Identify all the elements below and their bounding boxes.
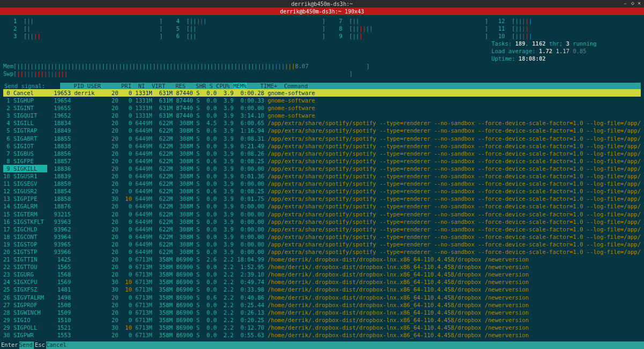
process-row[interactable]: 18857 20 0 6449M 622M 308M S 0.6 3.9 0:0… bbox=[47, 157, 641, 165]
process-row[interactable]: 1521 30 10 6713M 358M 86900 S 0.0 2.2 0:… bbox=[47, 324, 641, 331]
process-row[interactable]: 93963 20 0 6449M 622M 308M S 0.0 3.9 0:0… bbox=[47, 218, 641, 226]
cpu-meter-6: 6 [|| ] bbox=[166, 32, 325, 40]
process-row[interactable]: 19653 derrik 20 0 1331M 631M 87440 S 0.0… bbox=[47, 89, 641, 97]
swap-meter: Swp[||||||||||||||| ] bbox=[3, 70, 641, 77]
window-title: derrik@b450m-ds3h:~ bbox=[291, 1, 353, 7]
signal-sigpoll[interactable]: 29 SIGPOLL bbox=[3, 324, 47, 331]
process-row[interactable]: 18838 20 0 6449M 622M 308M S 0.0 3.9 0:2… bbox=[47, 142, 641, 150]
cpu-meters: 1 [|| ] 2 [| ] 3 [|||| ] 4 [||||| ] 5 [|… bbox=[3, 17, 641, 62]
process-row[interactable]: 18836 20 0 6449M 622M 308M S 0.0 3.9 0:0… bbox=[47, 165, 641, 172]
enter-key: Enter bbox=[0, 341, 19, 349]
close-icon[interactable]: ✕ bbox=[638, 0, 641, 8]
maximize-icon[interactable]: ◇ bbox=[631, 0, 634, 8]
process-row[interactable]: 1565 20 0 6713M 358M 86900 S 0.0 2.2 1:5… bbox=[47, 263, 641, 271]
process-row[interactable]: 93966 20 0 6449M 622M 308M S 0.0 3.9 0:0… bbox=[47, 248, 641, 256]
cpu-meter-3: 3 [|||| ] bbox=[3, 32, 163, 40]
process-row[interactable]: 1498 20 0 6713M 358M 86900 S 0.6 2.2 0:4… bbox=[47, 294, 641, 301]
signal-sigttin[interactable]: 21 SIGTTIN bbox=[3, 256, 47, 263]
signal-sigstop[interactable]: 19 SIGSTOP bbox=[3, 241, 47, 248]
signal-sigbus[interactable]: 7 SIGBUS bbox=[3, 150, 47, 157]
signal-sigusr2[interactable]: 12 SIGUSR2 bbox=[3, 187, 47, 195]
signal-sigvtalrm[interactable]: 26 SIGVTALRM bbox=[3, 294, 47, 301]
process-row[interactable]: 18849 20 0 6449M 622M 308M S 0.6 3.9 1:1… bbox=[47, 127, 641, 134]
signal-list[interactable]: 0 Cancel 1 SIGHUP 2 SIGINT 3 SIGQUIT 4 S… bbox=[3, 89, 47, 339]
signal-sigcont[interactable]: 18 SIGCONT bbox=[3, 233, 47, 241]
signal-sigsegv[interactable]: 11 SIGSEGV bbox=[3, 180, 47, 187]
signal-sigxcpu[interactable]: 24 SIGXCPU bbox=[3, 278, 47, 286]
terminal-tab[interactable]: derrik@b450m-ds3h:~ 190x43 bbox=[0, 8, 644, 15]
cancel-action[interactable]: Cancel bbox=[46, 341, 68, 349]
process-row[interactable]: 18850 20 0 6449M 622M 308M S 0.0 3.9 0:0… bbox=[47, 180, 641, 187]
process-row[interactable]: 93962 20 0 6449M 622M 308M S 0.0 3.9 0:0… bbox=[47, 226, 641, 233]
signal-sigpwr[interactable]: 30 SIGPWR bbox=[3, 331, 47, 339]
signal-sigalrm[interactable]: 14 SIGALRM bbox=[3, 202, 47, 210]
signal-sigio[interactable]: 29 SIGIO bbox=[3, 316, 47, 324]
signal-sigstkflt[interactable]: 16 SIGSTKFLT bbox=[3, 218, 47, 226]
esc-key: Esc bbox=[34, 341, 46, 349]
process-row[interactable]: 1569 30 10 6713M 358M 86900 S 0.0 2.2 0:… bbox=[47, 278, 641, 286]
process-row[interactable]: 1425 20 0 6713M 358M 86900 S 2.6 2.2 18:… bbox=[47, 256, 641, 263]
column-headers: Send signal: PID USER PRI NI VIRT RES SH… bbox=[3, 83, 641, 89]
signal-sigtrap[interactable]: 5 SIGTRAP bbox=[3, 127, 47, 134]
load-average: Load average: 1.72 1.17 0.85 bbox=[492, 47, 644, 55]
signal-sigkill[interactable]: 9 SIGKILL bbox=[3, 165, 47, 172]
process-row[interactable]: 1509 20 0 6713M 358M 86900 S 0.0 2.2 0:2… bbox=[47, 309, 641, 316]
signal-sigurg[interactable]: 23 SIGURG bbox=[3, 271, 47, 278]
cpu-meter-4: 4 [||||| ] bbox=[166, 17, 325, 25]
signal-sigprof[interactable]: 27 SIGPROF bbox=[3, 301, 47, 309]
process-row[interactable]: 18855 20 0 6449M 622M 308M S 0.0 3.9 0:0… bbox=[47, 135, 641, 142]
uptime: Uptime: 18:08:02 bbox=[492, 55, 644, 62]
cpu-meter-10: 10 [||||| ] bbox=[492, 32, 644, 40]
signal-sigquit[interactable]: 3 SIGQUIT bbox=[3, 112, 47, 119]
process-row[interactable]: 1510 20 0 6713M 358M 86900 S 0.0 2.2 0:2… bbox=[47, 316, 641, 324]
tasks-summary: Tasks: 189, 1162 thr; 3 running bbox=[492, 40, 644, 47]
signal-sigpipe[interactable]: 13 SIGPIPE bbox=[3, 195, 47, 202]
cpu-meter-7: 7 [|| ] bbox=[328, 17, 488, 25]
process-row[interactable]: 1553 20 0 6713M 358M 86900 S 0.0 2.2 0:5… bbox=[47, 331, 641, 339]
signal-sigwinch[interactable]: 28 SIGWINCH bbox=[3, 309, 47, 316]
cpu-meter-9: 9 [||| ] bbox=[328, 32, 488, 40]
process-row[interactable]: 1568 20 0 6713M 358M 86900 S 0.0 2.2 2:3… bbox=[47, 271, 641, 278]
tab-label: derrik@b450m-ds3h:~ 190x43 bbox=[280, 9, 364, 14]
process-row[interactable]: 93965 20 0 6449M 622M 308M S 0.0 3.9 0:0… bbox=[47, 241, 641, 248]
signal-sigfpe[interactable]: 8 SIGFPE bbox=[3, 157, 47, 165]
process-row[interactable]: 19652 20 0 1331M 631M 87440 S 0.0 3.9 3:… bbox=[47, 112, 641, 119]
terminal-body: 1 [|| ] 2 [| ] 3 [|||| ] 4 [||||| ] 5 [|… bbox=[0, 15, 644, 349]
process-row[interactable]: 18858 30 10 6449M 622M 308M S 0.0 3.9 0:… bbox=[47, 195, 641, 202]
signal-sigterm[interactable]: 15 SIGTERM bbox=[3, 210, 47, 218]
cpu-meter-2: 2 [| ] bbox=[3, 25, 163, 32]
signal-prompt: Send signal: bbox=[3, 83, 60, 89]
process-row[interactable]: 1508 20 0 6713M 358M 86900 S 0.0 2.2 0:2… bbox=[47, 301, 641, 309]
process-row[interactable]: 1481 30 10 6713M 358M 86900 S 0.0 2.2 0:… bbox=[47, 286, 641, 293]
cpu-meter-5: 5 [|| ] bbox=[166, 25, 325, 32]
signal-cancel[interactable]: 0 Cancel bbox=[3, 89, 47, 97]
cpu-meter-12: 12 [||||| ] bbox=[492, 17, 644, 25]
process-row[interactable]: 18854 20 0 6449M 622M 308M S 0.6 3.9 0:0… bbox=[47, 187, 641, 195]
process-row[interactable]: 93215 20 0 6449M 622M 308M S 0.0 3.9 0:0… bbox=[47, 210, 641, 218]
process-row[interactable]: 18856 20 0 6449M 622M 308M S 0.0 3.9 0:0… bbox=[47, 150, 641, 157]
minimize-icon[interactable]: － bbox=[623, 0, 628, 8]
signal-sigusr1[interactable]: 10 SIGUSR1 bbox=[3, 172, 47, 180]
memory-meter: Mem[||||||||||||||||||||||||||||||||||||… bbox=[3, 62, 641, 70]
signal-sigchld[interactable]: 17 SIGCHLD bbox=[3, 226, 47, 233]
process-row[interactable]: 18834 20 0 6449M 622M 308M S 4.5 3.9 6:0… bbox=[47, 119, 641, 127]
window-titlebar: derrik@b450m-ds3h:~ － ◇ ✕ bbox=[0, 0, 644, 8]
signal-sigiot[interactable]: 6 SIGIOT bbox=[3, 142, 47, 150]
process-row[interactable]: 18839 20 0 6449M 622M 308M S 0.0 3.9 0:0… bbox=[47, 172, 641, 180]
send-action[interactable]: Send bbox=[19, 341, 34, 349]
signal-sigxfsz[interactable]: 25 SIGXFSZ bbox=[3, 286, 47, 293]
signal-sigabrt[interactable]: 6 SIGABRT bbox=[3, 135, 47, 142]
signal-sigill[interactable]: 4 SIGILL bbox=[3, 119, 47, 127]
process-row[interactable]: 19654 20 0 1331M 631M 87440 S 0.0 3.9 0:… bbox=[47, 97, 641, 104]
signal-sigttou[interactable]: 22 SIGTTOU bbox=[3, 263, 47, 271]
process-row[interactable]: 93964 20 0 6449M 622M 308M S 0.0 3.9 0:0… bbox=[47, 233, 641, 241]
footer-bar: EnterSend EscCancel bbox=[0, 341, 644, 349]
process-list[interactable]: 19653 derrik 20 0 1331M 631M 87440 S 0.0… bbox=[47, 89, 641, 339]
signal-sigint[interactable]: 2 SIGINT bbox=[3, 104, 47, 112]
process-row[interactable]: 18876 20 0 6449M 622M 308M S 0.0 3.9 0:0… bbox=[47, 202, 641, 210]
signal-sighup[interactable]: 1 SIGHUP bbox=[3, 97, 47, 104]
cpu-meter-11: 11 [|||| ] bbox=[492, 25, 644, 32]
signal-sigtstp[interactable]: 20 SIGTSTP bbox=[3, 248, 47, 256]
cpu-meter-8: 8 [|||||| ] bbox=[328, 25, 488, 32]
process-row[interactable]: 19655 20 0 1331M 631M 87440 S 0.0 3.9 0:… bbox=[47, 104, 641, 112]
